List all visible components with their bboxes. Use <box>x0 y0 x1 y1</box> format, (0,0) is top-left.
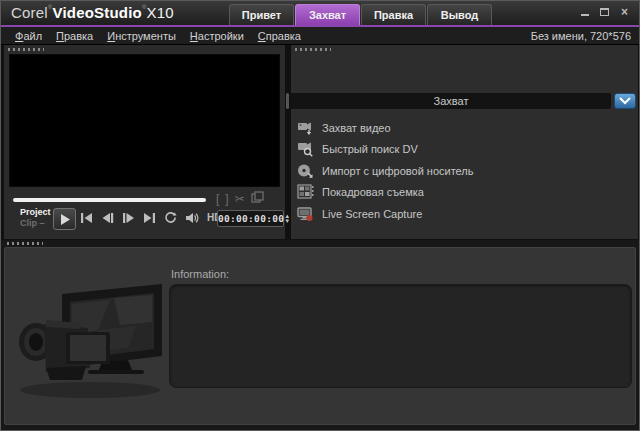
information-panel: Information: <box>4 247 636 425</box>
panel-grip[interactable] <box>8 48 44 51</box>
repeat-icon <box>164 211 177 224</box>
tab-capture[interactable]: Захват <box>295 4 360 25</box>
close-icon: × <box>621 7 628 17</box>
capture-item-digital-media[interactable]: Импорт с цифровой носитель <box>297 160 632 182</box>
next-frame-icon <box>122 212 135 224</box>
capture-item-dv-scan[interactable]: Быстрый поиск DV <box>297 139 632 161</box>
capture-item-video[interactable]: Захват видео <box>297 117 632 139</box>
capture-item-label: Быстрый поиск DV <box>322 143 418 155</box>
volume-button[interactable] <box>185 212 199 224</box>
play-icon <box>59 213 71 226</box>
logo-corel: Corel <box>11 4 48 21</box>
seek-bar[interactable] <box>13 198 206 202</box>
play-button[interactable] <box>53 208 76 230</box>
prev-frame-icon <box>101 212 114 224</box>
mark-out-button[interactable]: ] <box>225 192 228 206</box>
tab-edit[interactable]: Правка <box>361 4 426 25</box>
repeat-button[interactable] <box>164 211 177 224</box>
app-window: Corel®VideoStudio®X10 Привет Захват Прав… <box>0 0 640 431</box>
menu-help[interactable]: Справка <box>258 30 301 42</box>
bottom-region: Information: <box>1 240 639 430</box>
grab-frame-button[interactable] <box>251 190 264 208</box>
menu-tools[interactable]: Инструменты <box>107 30 176 42</box>
maximize-button[interactable] <box>598 6 611 17</box>
prev-frame-button[interactable] <box>101 212 114 224</box>
timecode-box[interactable]: 00:00:00:00 ▲▼ <box>217 210 284 227</box>
panel-splitter[interactable] <box>286 93 289 109</box>
capture-item-stop-motion[interactable]: Покадровая съемка <box>297 182 632 204</box>
digital-media-import-icon <box>297 163 314 179</box>
panel-grip[interactable] <box>7 242 43 245</box>
capture-item-label: Импорт с цифровой носитель <box>322 165 474 177</box>
jump-start-icon <box>80 212 93 224</box>
stop-motion-icon <box>297 184 314 200</box>
information-box <box>169 284 632 388</box>
capture-panel: Захват Захват видео <box>291 45 638 239</box>
live-screen-capture-icon <box>297 206 314 222</box>
menu-settings[interactable]: Настройки <box>190 30 244 42</box>
minimize-icon <box>581 14 589 16</box>
camcorder-tv-illustration <box>10 276 168 415</box>
minimize-button[interactable] <box>578 6 591 17</box>
project-status: Без имени, 720*576 <box>531 30 631 42</box>
chevron-down-icon <box>619 97 631 105</box>
jump-end-icon <box>143 212 156 224</box>
information-label: Information: <box>171 268 229 280</box>
menu-edit[interactable]: Правка <box>56 30 93 42</box>
capture-item-label: Live Screen Capture <box>322 208 422 220</box>
preview-panel: [ ] ✂ Project – Clip – <box>4 45 285 239</box>
menu-bar: Файл Правка Инструменты Настройки Справк… <box>1 27 639 45</box>
logo-version: X10 <box>147 4 174 21</box>
capture-item-label: Покадровая съемка <box>322 186 424 198</box>
window-controls: × <box>578 6 631 17</box>
capture-item-live-screen[interactable]: Live Screen Capture <box>297 203 632 225</box>
split-clip-button[interactable]: ✂ <box>235 192 245 206</box>
menu-file[interactable]: Файл <box>15 30 42 42</box>
mark-in-button[interactable]: [ <box>216 192 219 206</box>
workspace-tabs: Привет Захват Правка Вывод <box>229 4 492 25</box>
tab-welcome[interactable]: Привет <box>229 4 294 25</box>
capture-item-label: Захват видео <box>322 122 391 134</box>
logo-product: VideoStudio <box>52 4 141 21</box>
close-button[interactable]: × <box>618 6 631 17</box>
capture-options-list: Захват видео Быстрый поиск DV <box>297 117 632 225</box>
dv-quick-scan-icon <box>297 141 314 157</box>
jump-end-button[interactable] <box>143 212 156 224</box>
spinner-down-icon[interactable]: ▼ <box>284 219 290 224</box>
capture-video-icon <box>297 120 314 136</box>
tab-share[interactable]: Вывод <box>427 4 492 25</box>
transport-controls: HD <box>80 211 221 224</box>
next-frame-button[interactable] <box>122 212 135 224</box>
panel-grip[interactable] <box>295 48 331 51</box>
title-bar: Corel®VideoStudio®X10 Привет Захват Прав… <box>1 1 639 25</box>
timecode-spinner[interactable]: ▲▼ <box>284 214 290 224</box>
panel-collapse-button[interactable] <box>614 93 636 109</box>
maximize-icon <box>600 8 609 16</box>
grab-frame-icon <box>251 191 264 204</box>
capture-header: Захват <box>291 93 611 109</box>
capture-header-label: Захват <box>434 95 469 107</box>
video-preview <box>9 54 280 187</box>
trim-toolbar: [ ] ✂ <box>216 191 282 207</box>
timecode-value[interactable]: 00:00:00:00 <box>218 213 284 224</box>
jump-start-button[interactable] <box>80 212 93 224</box>
app-logo: Corel®VideoStudio®X10 <box>11 4 174 21</box>
speaker-icon <box>185 212 199 224</box>
